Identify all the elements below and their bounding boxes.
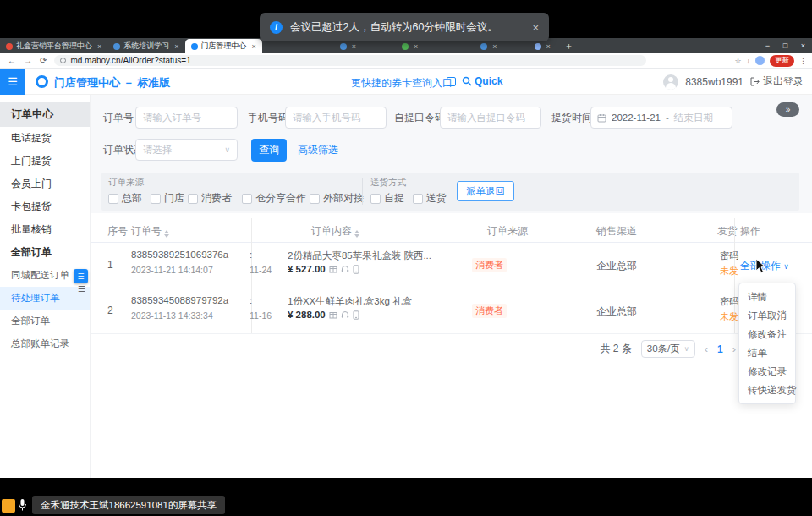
- checkbox-icon[interactable]: [413, 194, 423, 204]
- order-status-select[interactable]: 请选择 ∨: [135, 139, 238, 161]
- calendar-icon: [597, 113, 606, 123]
- toast-close-icon[interactable]: ×: [532, 21, 539, 34]
- checkbox-icon[interactable]: [242, 194, 252, 204]
- browser-tab[interactable]: 礼盒营销平台管理中心 ×: [0, 39, 107, 53]
- new-tab-button[interactable]: ＋: [557, 39, 581, 53]
- order-no-input[interactable]: [135, 107, 238, 129]
- sidebar-item[interactable]: 卡包提货: [0, 195, 90, 218]
- forward-icon[interactable]: →: [24, 56, 32, 65]
- sidebar-item[interactable]: 总部账单记录: [0, 332, 90, 355]
- date-range-input[interactable]: 2022-11-21 - 结束日期: [590, 107, 732, 129]
- prev-page-button[interactable]: ‹: [705, 343, 708, 355]
- search-button[interactable]: 查询: [251, 139, 287, 162]
- sidebar-item[interactable]: 全部订单: [0, 310, 90, 332]
- tab-close-icon[interactable]: ×: [174, 42, 178, 51]
- delivery-method-label: 送货方式: [370, 177, 406, 189]
- table-row: 2 83859345088979792a 2023-11-13 14:33:34…: [91, 288, 812, 334]
- col-header-action: 操作: [740, 220, 760, 242]
- tab-close-icon[interactable]: ×: [492, 42, 497, 51]
- bookmark-star-icon[interactable]: ☆: [734, 57, 741, 65]
- sidebar-float-toggle[interactable]: ☰: [74, 269, 88, 283]
- tab-favicon-icon: [480, 43, 487, 50]
- next-page-button[interactable]: ›: [732, 343, 736, 355]
- sidebar-menu-toggle[interactable]: ☰: [0, 69, 25, 95]
- download-icon[interactable]: ↓: [747, 57, 751, 65]
- back-icon[interactable]: ←: [8, 56, 16, 65]
- user-avatar[interactable]: [663, 74, 678, 90]
- checkbox-icon[interactable]: [151, 194, 161, 204]
- screen: 礼盒营销平台管理中心 × 系统培训学习 × 门店管理中心 × × × × ×: [0, 0, 812, 516]
- current-page[interactable]: 1: [717, 343, 723, 355]
- checkbox-warehouse-share[interactable]: 仓分享合作: [242, 191, 306, 206]
- cell-pickup-top: :: [250, 250, 252, 260]
- menu-item-cancel-order[interactable]: 订单取消: [739, 306, 795, 325]
- logout-button[interactable]: 退出登录: [750, 74, 804, 89]
- menu-item-detail[interactable]: 详情: [739, 288, 795, 306]
- sidebar-item[interactable]: 电话提货: [0, 127, 90, 150]
- sidebar-item-all-orders-group[interactable]: 全部订单: [0, 241, 90, 264]
- tab-close-icon[interactable]: ×: [352, 42, 356, 51]
- menu-item-edit-history[interactable]: 修改记录: [739, 362, 795, 381]
- phone-label: 手机号码: [248, 107, 288, 129]
- tab-close-icon[interactable]: ×: [546, 42, 551, 51]
- phone-input[interactable]: [285, 107, 387, 129]
- coupon-query-link[interactable]: 更快捷的券卡查询入口: [351, 76, 453, 91]
- checkbox-delivery[interactable]: 送货: [413, 191, 447, 206]
- address-bar[interactable]: md.maboy.cn/AllOrder?status=1: [54, 55, 646, 66]
- menu-item-edit-remark[interactable]: 修改备注: [739, 325, 795, 343]
- page-size-value: 30条/页: [647, 343, 680, 355]
- pickup-code-input[interactable]: [440, 107, 541, 129]
- sort-icon[interactable]: [354, 230, 359, 238]
- menu-item-close-order[interactable]: 结单: [739, 343, 795, 362]
- cell-order-no: 83859389251069376a: [131, 250, 228, 260]
- price-value: ¥ 527.00: [288, 264, 326, 274]
- sidebar-grip-icon[interactable]: ☰: [78, 284, 85, 294]
- checkbox-headquarters[interactable]: 总部: [108, 191, 142, 206]
- col-header-order-no: 订单号: [131, 220, 169, 242]
- tab-close-icon[interactable]: ×: [252, 42, 256, 51]
- checkbox-icon[interactable]: [370, 194, 381, 204]
- table-row: 1 83859389251069376a 2023-11-21 14:14:07…: [91, 243, 812, 288]
- browser-update-button[interactable]: 更新: [770, 55, 794, 67]
- col-header-content: 订单内容: [311, 220, 359, 242]
- package-icon: [329, 265, 337, 273]
- checkbox-self-pickup[interactable]: 自提: [370, 191, 404, 206]
- order-status-placeholder: 请选择: [143, 144, 173, 156]
- sidebar-item[interactable]: 上门提货: [0, 150, 90, 173]
- browser-tab[interactable]: 系统培训学习 ×: [107, 39, 184, 53]
- cell-ship-top: 密码: [720, 250, 738, 262]
- browser-menu-icon[interactable]: ⋮: [799, 57, 807, 65]
- browser-profile-icon[interactable]: [755, 56, 765, 65]
- sort-icon[interactable]: [164, 230, 169, 238]
- tab-close-icon[interactable]: ×: [97, 42, 102, 51]
- date-end-placeholder: 结束日期: [674, 112, 713, 124]
- checkbox-icon[interactable]: [310, 194, 320, 204]
- dispatch-return-button[interactable]: 派单退回: [457, 181, 514, 201]
- checkbox-icon[interactable]: [108, 194, 118, 204]
- maximize-button[interactable]: □: [776, 41, 794, 50]
- browser-tab-active[interactable]: 门店管理中心 ×: [185, 39, 262, 53]
- site-info-icon[interactable]: [60, 58, 66, 63]
- sidebar-item[interactable]: 批量核销: [0, 218, 90, 241]
- sidebar-item[interactable]: 会员上门: [0, 173, 90, 195]
- window-close-button[interactable]: ×: [794, 41, 812, 50]
- coupon-icon: [447, 77, 456, 86]
- advanced-filter-link[interactable]: 高级筛选: [298, 139, 338, 162]
- checkbox-icon[interactable]: [188, 194, 198, 204]
- app-header: ☰ 门店管理中心 － 标准版 更快捷的券卡查询入口 Quick 8385wb19…: [0, 69, 812, 95]
- collapse-panel-button[interactable]: »: [776, 102, 799, 117]
- tab-favicon-icon: [340, 43, 347, 50]
- sidebar-item-pending-orders[interactable]: 待处理订单: [0, 287, 90, 310]
- quick-search-link[interactable]: Quick: [462, 75, 502, 87]
- page-size-select[interactable]: 30条/页 ∨: [641, 340, 695, 358]
- checkbox-external[interactable]: 外部对接: [310, 191, 364, 206]
- refresh-icon[interactable]: ⟳: [40, 56, 47, 65]
- menu-item-to-express[interactable]: 转快递发货: [739, 381, 795, 399]
- tab-label: 系统培训学习: [123, 41, 169, 52]
- minimize-button[interactable]: −: [759, 41, 776, 50]
- tab-close-icon[interactable]: ×: [414, 42, 418, 51]
- tab-favicon-icon: [535, 43, 541, 50]
- checkbox-store[interactable]: 门店: [151, 191, 184, 206]
- checkbox-consumer[interactable]: 消费者: [188, 191, 232, 206]
- hamburger-icon: ☰: [8, 75, 18, 88]
